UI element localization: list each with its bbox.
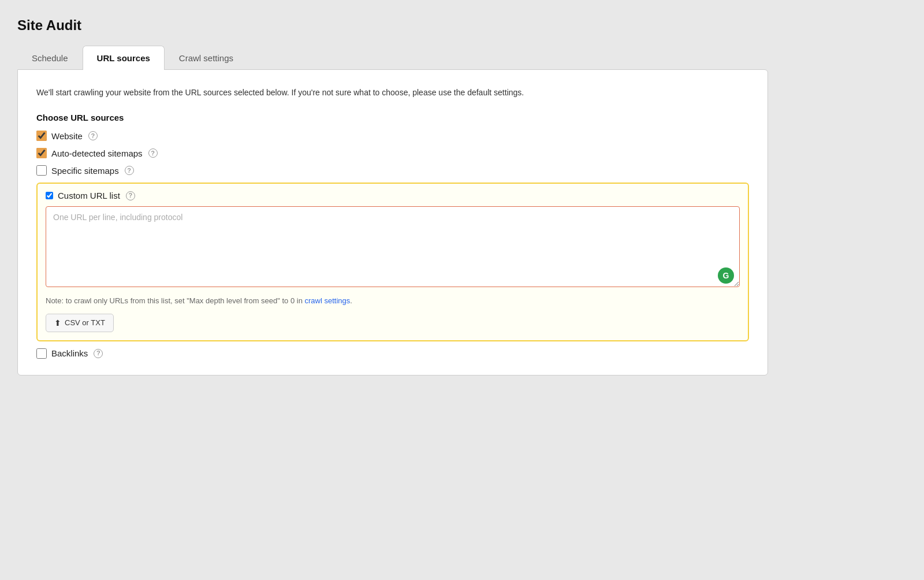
custom-url-block: Custom URL list ? G Note: to crawl only … (36, 183, 749, 341)
website-checkbox[interactable] (36, 131, 47, 141)
custom-url-checkbox[interactable] (46, 192, 53, 199)
auto-sitemaps-row: Auto-detected sitemaps ? (36, 148, 749, 158)
custom-url-header: Custom URL list ? (46, 191, 740, 200)
auto-sitemaps-label: Auto-detected sitemaps (51, 148, 143, 158)
description-text: We'll start crawling your website from t… (36, 86, 585, 99)
page-title: Site Audit (17, 17, 907, 34)
auto-sitemaps-checkbox[interactable] (36, 148, 47, 158)
tab-schedule[interactable]: Schedule (17, 46, 83, 70)
url-textarea-wrapper: G (46, 206, 740, 289)
auto-sitemaps-help-icon[interactable]: ? (148, 148, 158, 158)
specific-sitemaps-row: Specific sitemaps ? (36, 165, 749, 176)
custom-url-help-icon[interactable]: ? (126, 191, 135, 200)
tab-url-sources[interactable]: URL sources (83, 46, 165, 70)
upload-icon: ⬆ (54, 318, 61, 328)
specific-sitemaps-help-icon[interactable]: ? (125, 166, 134, 175)
note-text: Note: to crawl only URLs from this list,… (46, 295, 740, 307)
backlinks-label: Backlinks (51, 348, 88, 358)
crawl-settings-link[interactable]: crawl settings (305, 296, 351, 305)
main-card: We'll start crawling your website from t… (17, 69, 768, 375)
website-help-icon[interactable]: ? (88, 131, 98, 140)
section-title: Choose URL sources (36, 113, 749, 122)
custom-url-label: Custom URL list (58, 191, 120, 200)
upload-button-label: CSV or TXT (65, 318, 105, 327)
backlinks-help-icon[interactable]: ? (94, 349, 103, 358)
backlinks-checkbox[interactable] (36, 348, 47, 359)
specific-sitemaps-checkbox[interactable] (36, 165, 47, 176)
tab-crawl-settings[interactable]: Crawl settings (165, 46, 248, 70)
backlinks-row: Backlinks ? (36, 348, 749, 359)
upload-button[interactable]: ⬆ CSV or TXT (46, 314, 114, 332)
website-label: Website (51, 131, 83, 141)
url-textarea[interactable] (46, 206, 740, 287)
website-row: Website ? (36, 131, 749, 141)
specific-sitemaps-label: Specific sitemaps (51, 166, 119, 176)
tabs-row: Schedule URL sources Crawl settings (17, 45, 907, 69)
